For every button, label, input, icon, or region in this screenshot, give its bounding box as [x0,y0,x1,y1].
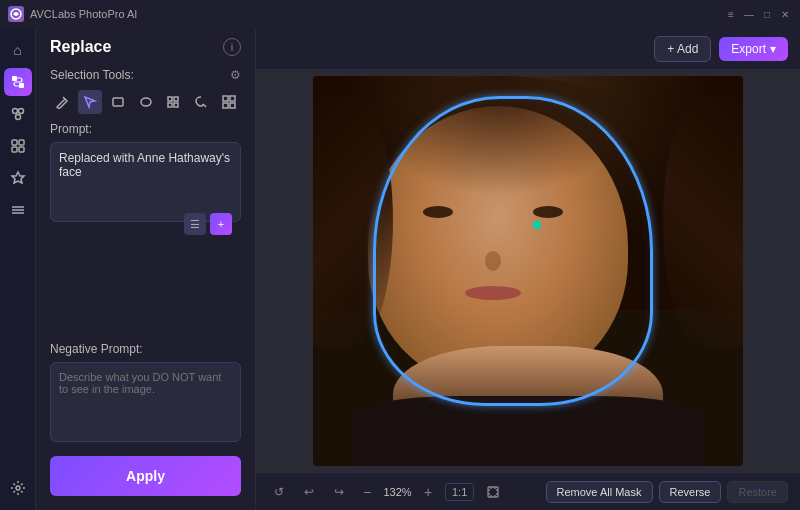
canvas-area: + Add Export ▾ [256,28,800,510]
svg-point-3 [12,109,17,114]
undo-icon[interactable]: ↩ [298,481,320,503]
close-button[interactable]: ✕ [778,7,792,21]
sidebar-item-home[interactable]: ⌂ [4,36,32,64]
redo-icon[interactable]: ↪ [328,481,350,503]
export-button[interactable]: Export ▾ [719,37,788,61]
sidebar-item-tools2[interactable] [4,132,32,160]
svg-point-4 [18,109,23,114]
bottom-toolbar: ↺ ↩ ↪ − 132% + 1:1 Remove All Mask [256,472,800,510]
svg-rect-14 [113,98,123,106]
tools-gear-icon[interactable]: ⚙ [230,68,241,82]
svg-point-5 [15,115,20,120]
zoom-value: 132% [380,486,415,498]
prompt-input[interactable]: Replaced with Anne Hathaway's face [59,151,232,206]
svg-point-13 [16,486,20,490]
svg-line-20 [203,104,206,107]
ellipse-tool[interactable] [134,90,158,114]
title-bar-left: AVCLabs PhotoPro AI [8,6,137,22]
sidebar-item-tools4[interactable] [4,196,32,224]
title-bar: AVCLabs PhotoPro AI ≡ — □ ✕ [0,0,800,28]
restore-button[interactable]: Restore [727,481,788,503]
svg-rect-19 [174,103,178,107]
svg-rect-18 [168,103,172,107]
negative-input[interactable] [50,362,241,442]
svg-point-15 [141,98,151,106]
rect-tool[interactable] [106,90,130,114]
menu-icon[interactable]: ≡ [724,7,738,21]
left-panel: Replace i Selection Tools: ⚙ [36,28,256,510]
main-layout: ⌂ [0,28,800,510]
svg-rect-1 [12,76,17,81]
canvas-viewport [256,70,800,472]
reverse-button[interactable]: Reverse [659,481,722,503]
expand-icon[interactable] [482,481,504,503]
panel-title: Replace [50,38,111,56]
zoom-minus-button[interactable]: − [358,483,376,501]
zoom-plus-button[interactable]: + [419,483,437,501]
add-button[interactable]: + Add [654,36,711,62]
svg-rect-9 [19,147,24,152]
arrow-tool[interactable] [78,90,102,114]
bottom-right-actions: Remove All Mask Reverse Restore [546,481,788,503]
select-tool[interactable] [161,90,185,114]
svg-rect-21 [223,96,228,101]
sidebar-item-tools1[interactable] [4,100,32,128]
lasso-tool[interactable] [189,90,213,114]
title-bar-controls: ≡ — □ ✕ [724,7,792,21]
rotate-ccw-icon[interactable]: ↺ [268,481,290,503]
app-icon [8,6,24,22]
app-title: AVCLabs PhotoPro AI [30,8,137,20]
svg-rect-6 [12,140,17,145]
prompt-add-button[interactable]: + [210,213,232,235]
svg-rect-24 [230,103,235,108]
sidebar-item-settings[interactable] [4,474,32,502]
svg-rect-22 [230,96,235,101]
top-toolbar: + Add Export ▾ [256,28,800,70]
green-dot [533,221,541,229]
svg-rect-16 [168,97,172,101]
svg-rect-8 [12,147,17,152]
sidebar-item-replace[interactable] [4,68,32,96]
sidebar-item-tools3[interactable] [4,164,32,192]
tools-row [36,86,255,122]
minimize-button[interactable]: — [742,7,756,21]
panel-header: Replace i [36,28,255,62]
apply-button[interactable]: Apply [50,456,241,496]
maximize-button[interactable]: □ [760,7,774,21]
prompt-actions: ☰ + [59,213,232,235]
sidebar-narrow: ⌂ [0,28,36,510]
prompt-list-icon[interactable]: ☰ [184,213,206,235]
remove-mask-button[interactable]: Remove All Mask [546,481,653,503]
svg-rect-23 [223,103,228,108]
zoom-controls: − 132% + [358,483,437,501]
prompt-section: Prompt: Replaced with Anne Hathaway's fa… [36,122,255,342]
ratio-button[interactable]: 1:1 [445,483,474,501]
prompt-label: Prompt: [50,122,241,136]
svg-rect-25 [488,487,498,497]
export-chevron-icon: ▾ [770,42,776,56]
svg-rect-7 [19,140,24,145]
pen-tool[interactable] [50,90,74,114]
prompt-box: Replaced with Anne Hathaway's face ☰ + [50,142,241,222]
svg-rect-17 [174,97,178,101]
info-icon[interactable]: i [223,38,241,56]
svg-rect-2 [19,83,24,88]
negative-section: Negative Prompt: [36,342,255,456]
selection-tools-label: Selection Tools: ⚙ [36,62,255,86]
bottom-left-tools: ↺ ↩ ↪ − 132% + 1:1 [268,481,504,503]
selection-outline [373,96,653,406]
canvas-image [313,76,743,466]
grid-tool[interactable] [217,90,241,114]
negative-label: Negative Prompt: [50,342,241,356]
